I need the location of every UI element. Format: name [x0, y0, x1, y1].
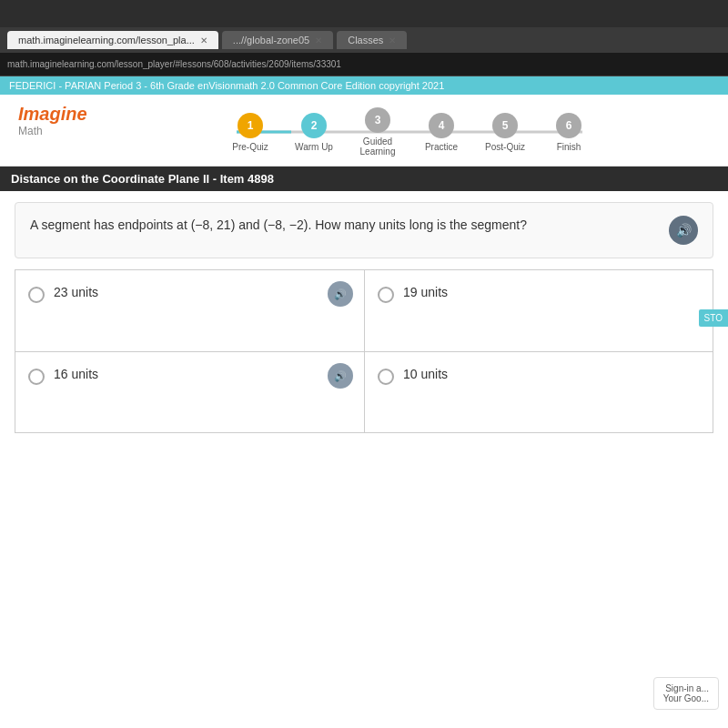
question-audio-button[interactable]: 🔊: [669, 216, 698, 245]
choice-c-text: 16 units: [54, 367, 98, 381]
choice-c[interactable]: 16 units 🔊: [15, 351, 364, 433]
step-warm-up[interactable]: 2 Warm Up: [282, 113, 346, 152]
choice-d-text: 10 units: [403, 367, 448, 381]
choice-b[interactable]: 19 units: [364, 269, 713, 351]
step-pre-quiz[interactable]: 1 Pre-Quiz: [218, 113, 282, 152]
tab-close-icon[interactable]: ✕: [200, 35, 207, 46]
step-label-post-quiz: Post-Quiz: [485, 142, 525, 152]
step-label-practice: Practice: [425, 142, 458, 152]
inactive-tab-2[interactable]: Classes ✕: [337, 31, 407, 49]
question-text: A segment has endpoints at (−8, 21) and …: [30, 216, 660, 235]
choices-grid: 23 units 🔊 19 units 16 units 🔊 10 units: [15, 269, 713, 433]
google-account-text: Your Goo...: [663, 693, 709, 703]
audio-icon: 🔊: [676, 223, 692, 238]
step-circle-2: 2: [301, 113, 327, 138]
choice-a-audio-button[interactable]: 🔊: [328, 281, 353, 307]
step-circle-1: 1: [238, 113, 263, 138]
logo-area: Imagine Math: [18, 104, 91, 137]
choice-b-text: 19 units: [403, 285, 448, 299]
url-text: math.imaginelearning.com/lesson_player/#…: [7, 59, 341, 69]
choice-a-audio-icon: 🔊: [334, 288, 347, 300]
choice-a-text: 23 units: [54, 285, 98, 299]
google-signin-area[interactable]: Sign-in a... Your Goo...: [653, 677, 719, 710]
radio-d[interactable]: [378, 369, 394, 385]
radio-b[interactable]: [378, 287, 394, 303]
inactive-tab-2-label: Classes: [348, 35, 383, 46]
section-title-text: Distance on the Coordinate Plane II - It…: [11, 172, 274, 186]
step-label-guided: GuidedLearning: [360, 136, 396, 157]
tab-label: math.imaginelearning.com/lesson_pla...: [18, 35, 195, 46]
step-circle-6: 6: [556, 113, 581, 138]
browser-chrome: [0, 0, 728, 27]
address-bar[interactable]: math.imaginelearning.com/lesson_player/#…: [0, 53, 728, 76]
google-signin-text: Sign-in a...: [663, 683, 709, 693]
logo-math: Math: [18, 125, 91, 137]
progress-track: 1 Pre-Quiz 2 Warm Up 3 GuidedLearni: [218, 107, 601, 157]
question-area: A segment has endpoints at (−8, 21) and …: [15, 202, 713, 258]
step-label-warm-up: Warm Up: [295, 142, 333, 152]
section-title-bar: Distance on the Coordinate Plane II - It…: [0, 167, 728, 191]
choice-c-audio-button[interactable]: 🔊: [328, 363, 353, 389]
top-banner: FEDERICI - PARIAN Period 3 - 6th Grade e…: [0, 76, 728, 95]
header: Imagine Math 1 Pre-Quiz 2: [0, 95, 728, 167]
step-post-quiz[interactable]: 5 Post-Quiz: [473, 113, 537, 152]
main-content: FEDERICI - PARIAN Period 3 - 6th Grade e…: [0, 76, 728, 728]
choice-a[interactable]: 23 units 🔊: [15, 269, 364, 351]
step-practice[interactable]: 4 Practice: [410, 113, 473, 152]
radio-c[interactable]: [28, 369, 45, 385]
inactive-tab-1[interactable]: ...//global-zone05 ✕: [222, 31, 333, 49]
active-tab[interactable]: math.imaginelearning.com/lesson_pla... ✕: [7, 31, 218, 49]
choice-c-audio-icon: 🔊: [334, 370, 347, 382]
step-circle-4: 4: [429, 113, 454, 138]
tab-bar: math.imaginelearning.com/lesson_pla... ✕…: [0, 27, 728, 53]
radio-a[interactable]: [28, 287, 45, 303]
choice-d[interactable]: 10 units: [364, 351, 713, 433]
step-circle-3: 3: [365, 107, 390, 133]
tab-2-close-icon[interactable]: ✕: [315, 35, 322, 46]
inactive-tab-1-label: ...//global-zone05: [233, 35, 309, 46]
step-label-pre-quiz: Pre-Quiz: [232, 142, 268, 152]
banner-text: FEDERICI - PARIAN Period 3 - 6th Grade e…: [9, 80, 444, 91]
logo-imagine: Imagine: [18, 104, 91, 125]
step-circle-5: 5: [492, 113, 518, 138]
hint-text: STO: [704, 313, 723, 323]
tab-3-close-icon[interactable]: ✕: [389, 35, 396, 46]
sidebar-hint: STO: [699, 309, 728, 327]
progress-container: 1 Pre-Quiz 2 Warm Up 3 GuidedLearni: [109, 104, 710, 157]
step-finish[interactable]: 6 Finish: [537, 113, 601, 152]
step-guided-learning[interactable]: 3 GuidedLearning: [346, 107, 410, 157]
step-label-finish: Finish: [557, 142, 581, 152]
